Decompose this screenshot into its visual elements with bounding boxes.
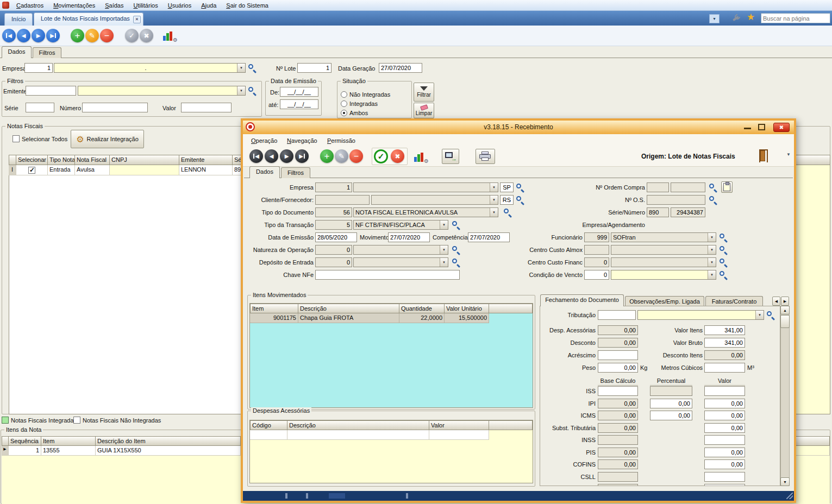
cliente-combobox[interactable]: ▼ bbox=[371, 195, 498, 205]
grid-cell-descricao-item[interactable]: GUIA 1X15X550 bbox=[96, 446, 241, 456]
tax-ipi-base-field[interactable] bbox=[598, 399, 638, 408]
tab-scroll-right-button[interactable]: ▶ bbox=[781, 297, 789, 306]
cc-financ-combobox[interactable]: ▼ bbox=[611, 257, 716, 267]
grid-cell-tipo-nota[interactable]: Entrada bbox=[48, 165, 75, 175]
tab-fechamento-documento[interactable]: Fechamento do Documento bbox=[540, 294, 624, 306]
print-button[interactable] bbox=[476, 149, 495, 164]
chevron-down-icon[interactable]: ▼ bbox=[708, 233, 716, 242]
tributacao-code-field[interactable] bbox=[598, 310, 636, 320]
nav-last-button[interactable]: ▶ bbox=[46, 29, 60, 42]
origem-dropdown-arrow[interactable]: ▼ bbox=[786, 152, 791, 157]
desp-acessorias-field[interactable] bbox=[598, 325, 638, 335]
desconto-itens-field[interactable] bbox=[704, 350, 745, 360]
nav-prev-button[interactable]: ◀ bbox=[17, 29, 30, 42]
deposito-combobox[interactable]: ▼ bbox=[353, 257, 448, 267]
search-icon[interactable] bbox=[709, 184, 717, 192]
filtrar-button[interactable]: Filtrar bbox=[414, 83, 434, 102]
favorite-star-icon[interactable]: ★ bbox=[747, 11, 755, 23]
search-icon[interactable] bbox=[720, 234, 728, 242]
chevron-down-icon[interactable]: ▼ bbox=[755, 311, 764, 319]
resize-grip[interactable] bbox=[786, 493, 793, 499]
close-button[interactable]: ✖ bbox=[773, 123, 790, 132]
nav-next-button[interactable]: ▶ bbox=[32, 29, 45, 42]
cc-almox-combobox[interactable]: ▼ bbox=[611, 245, 716, 255]
grid-cell-descricao[interactable] bbox=[287, 430, 429, 440]
tax-iss-valor-field[interactable] bbox=[704, 386, 745, 396]
tab-filtros[interactable]: Filtros bbox=[33, 47, 61, 58]
search-icon[interactable] bbox=[720, 259, 728, 267]
cancel-button[interactable]: ✖ bbox=[140, 29, 153, 42]
minimize-button[interactable] bbox=[744, 128, 751, 129]
menu-saidas[interactable]: Saídas bbox=[100, 1, 128, 10]
tab-inicio[interactable]: Início bbox=[4, 13, 33, 26]
confirm-button[interactable]: ✓ bbox=[374, 149, 388, 163]
tax-pis-valor-field[interactable] bbox=[704, 448, 745, 457]
tax-icms-percentual-field[interactable] bbox=[650, 411, 692, 420]
tax-cofins-base-field[interactable] bbox=[598, 459, 638, 469]
chevron-down-icon[interactable]: ▼ bbox=[708, 270, 716, 279]
radio-integradas[interactable] bbox=[341, 100, 347, 107]
tax-icms-base-field[interactable] bbox=[598, 411, 638, 420]
tax-iss-percentual-field[interactable] bbox=[650, 386, 692, 396]
tax-icms-valor-field[interactable] bbox=[704, 411, 745, 420]
cond-vencto-code-field[interactable] bbox=[584, 270, 609, 280]
grid-cell-valor-unitario[interactable]: 15,500000 bbox=[445, 313, 489, 323]
de-date-field[interactable] bbox=[280, 87, 318, 97]
deposito-code-field[interactable] bbox=[315, 257, 352, 267]
add-button[interactable]: + bbox=[320, 149, 334, 163]
chevron-down-icon[interactable]: ▼ bbox=[490, 208, 498, 217]
search-icon[interactable] bbox=[709, 196, 717, 204]
search-icon[interactable] bbox=[516, 184, 524, 192]
ordem-compra-field-2[interactable] bbox=[671, 182, 705, 192]
chevron-down-icon[interactable]: ▼ bbox=[237, 64, 245, 72]
tax-inss-valor-field[interactable] bbox=[704, 435, 745, 445]
numero-field[interactable] bbox=[82, 103, 148, 112]
tax-csll-valor-field[interactable] bbox=[704, 472, 745, 482]
competencia-field[interactable] bbox=[468, 232, 510, 242]
menu-ajuda[interactable]: Ajuda bbox=[196, 1, 221, 10]
grid-cell-nota-fiscal[interactable]: Avulsa bbox=[75, 165, 110, 175]
cond-vencto-combobox[interactable]: ▼ bbox=[611, 270, 716, 280]
page-search-input[interactable] bbox=[761, 13, 830, 23]
tax-cofins-valor-field[interactable] bbox=[704, 459, 745, 469]
serie-field[interactable] bbox=[26, 103, 54, 112]
natureza-combobox[interactable]: ▼ bbox=[353, 245, 448, 255]
paste-button[interactable] bbox=[721, 181, 733, 193]
chevron-down-icon[interactable]: ▼ bbox=[440, 245, 448, 254]
ordem-compra-field-1[interactable] bbox=[647, 182, 669, 192]
scrollbar-up-button[interactable]: ▲ bbox=[780, 306, 790, 314]
row-checkbox[interactable] bbox=[28, 167, 35, 174]
grid-cell-descricao[interactable]: Chapa Guia FROTA bbox=[298, 313, 399, 323]
tab-observacoes-emp-ligada[interactable]: Observações/Emp. Ligada bbox=[625, 296, 704, 306]
menu-operacao[interactable]: Operação bbox=[246, 136, 282, 146]
grid-cell-quantidade[interactable]: 22,0000 bbox=[399, 313, 445, 323]
menu-usuarios[interactable]: Usuários bbox=[163, 1, 196, 10]
tax-subst-base-field[interactable] bbox=[598, 423, 638, 433]
search-icon[interactable] bbox=[248, 87, 257, 95]
edit-button[interactable]: ✎ bbox=[335, 149, 348, 163]
search-icon[interactable] bbox=[767, 311, 775, 319]
search-icon[interactable] bbox=[516, 196, 524, 204]
search-icon[interactable] bbox=[452, 259, 460, 267]
cc-almox-code-field[interactable] bbox=[584, 245, 609, 255]
tax-subst-valor-field[interactable] bbox=[704, 423, 745, 433]
tax-csll-base-field[interactable] bbox=[598, 472, 638, 482]
data-emissao-field[interactable] bbox=[315, 232, 357, 242]
cc-financ-code-field[interactable] bbox=[584, 257, 609, 267]
tax-inss-base-field[interactable] bbox=[598, 435, 638, 445]
nav-prev-button[interactable]: ◀ bbox=[265, 149, 278, 163]
chevron-down-icon[interactable]: ▼ bbox=[440, 258, 448, 267]
desconto-field[interactable] bbox=[598, 338, 638, 348]
tipo-transacao-combobox[interactable]: NF CTB/FIN/FISC/PLACA▼ bbox=[353, 220, 448, 230]
tax-irrf-base-field[interactable] bbox=[598, 484, 638, 486]
confirm-button[interactable]: ✓ bbox=[125, 29, 139, 42]
search-icon[interactable] bbox=[504, 209, 512, 217]
scrollbar-thumb[interactable] bbox=[780, 315, 790, 328]
search-icon[interactable] bbox=[452, 221, 460, 229]
chevron-down-icon[interactable]: ▼ bbox=[440, 220, 448, 229]
data-geracao-field[interactable] bbox=[379, 63, 422, 73]
nav-first-button[interactable]: ◀ bbox=[249, 149, 263, 163]
chave-nfe-field[interactable] bbox=[315, 270, 460, 280]
radio-ambos[interactable] bbox=[341, 110, 347, 116]
chevron-down-icon[interactable]: ▼ bbox=[708, 245, 716, 254]
